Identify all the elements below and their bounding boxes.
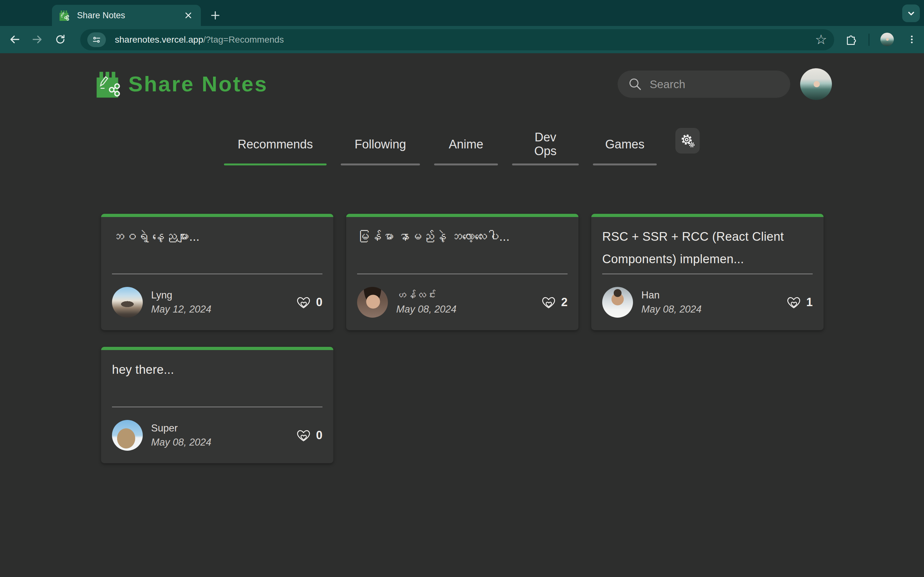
author-avatar[interactable] — [112, 287, 143, 318]
like-count: 0 — [316, 429, 322, 442]
tag-nav: Recommends Following Anime Dev Ops Games — [224, 127, 657, 165]
tab-close-icon[interactable] — [182, 9, 194, 21]
new-tab-button[interactable] — [207, 7, 224, 24]
url-path: /?tag=Recommends — [204, 35, 284, 45]
like-button[interactable]: 1 — [787, 295, 813, 309]
search-input[interactable]: Search — [618, 71, 790, 98]
extensions-icon[interactable] — [841, 30, 861, 49]
heart-icon — [296, 429, 311, 442]
author-avatar[interactable] — [112, 420, 143, 451]
author-name: Super — [151, 422, 212, 434]
note-date: May 08, 2024 — [396, 303, 457, 315]
browser-tab[interactable]: Share Notes — [52, 5, 201, 26]
page-title: Share Notes — [128, 69, 268, 99]
note-date: May 12, 2024 — [151, 303, 212, 315]
like-count: 2 — [561, 295, 567, 309]
author-avatar[interactable] — [357, 287, 388, 318]
tab-recommends[interactable]: Recommends — [224, 127, 326, 165]
notes-grid: ဘဝရဲ့ နေ့ညများ... Lyng May 12, 2024 0 — [101, 214, 824, 463]
author-name: Lyng — [151, 290, 212, 301]
search-icon — [628, 77, 643, 92]
user-avatar[interactable] — [800, 68, 832, 100]
reload-button[interactable] — [51, 30, 70, 49]
active-underline — [224, 163, 326, 165]
author-name: Han — [641, 290, 702, 301]
tab-search-button[interactable] — [902, 5, 920, 22]
share-notes-favicon — [58, 9, 70, 22]
note-title: ဘဝရဲ့ နေ့ညများ... — [112, 226, 322, 248]
note-card[interactable]: RSC + SSR + RCC (React Client Components… — [591, 214, 824, 330]
note-date: May 08, 2024 — [641, 303, 702, 315]
heart-icon — [787, 295, 801, 309]
like-button[interactable]: 2 — [541, 295, 567, 309]
note-title: RSC + SSR + RCC (React Client Components… — [602, 226, 813, 271]
tab-games[interactable]: Games — [593, 127, 657, 165]
note-title: hey there... — [112, 358, 322, 381]
note-date: May 08, 2024 — [151, 437, 212, 448]
settings-button[interactable] — [675, 128, 700, 153]
browser-menu-icon[interactable] — [902, 30, 921, 49]
toolbar-separator — [869, 34, 869, 46]
like-count: 1 — [806, 295, 813, 309]
tab-following[interactable]: Following — [341, 127, 420, 165]
browser-tab-strip: Share Notes — [0, 0, 924, 26]
author-name: ဟန်လင်း — [396, 290, 457, 301]
like-count: 0 — [316, 295, 322, 309]
back-button[interactable] — [5, 30, 24, 49]
url-host: sharenotes.vercel.app — [115, 35, 204, 45]
heart-icon — [296, 295, 311, 309]
forward-button[interactable] — [27, 30, 47, 49]
note-card[interactable]: ဘဝရဲ့ နေ့ညများ... Lyng May 12, 2024 0 — [101, 214, 333, 330]
browser-toolbar: sharenotes.vercel.app/?tag=Recommends ☆ — [0, 26, 924, 53]
gear-icon — [680, 133, 696, 149]
like-button[interactable]: 0 — [296, 295, 322, 309]
share-notes-page: Share Notes Search Recommends Following … — [0, 53, 924, 577]
heart-icon — [541, 295, 556, 309]
share-notes-logo[interactable] — [92, 69, 124, 99]
note-card[interactable]: hey there... Super May 08, 2024 0 — [101, 347, 333, 463]
bookmark-star-icon[interactable]: ☆ — [815, 33, 827, 47]
tab-title: Share Notes — [77, 11, 182, 21]
note-title: မြန်မာ နာမည်နဲ့ ဘလော့လေးပါ... — [357, 226, 567, 248]
author-avatar[interactable] — [602, 287, 633, 318]
browser-profile-avatar[interactable] — [880, 33, 894, 46]
tab-dev-ops[interactable]: Dev Ops — [512, 127, 579, 165]
like-button[interactable]: 0 — [296, 429, 322, 442]
search-placeholder: Search — [650, 78, 685, 91]
address-bar[interactable]: sharenotes.vercel.app/?tag=Recommends ☆ — [80, 29, 834, 50]
note-card[interactable]: မြန်မာ နာမည်နဲ့ ဘလော့လေးပါ... ဟန်လင်း Ma… — [346, 214, 578, 330]
site-info-icon[interactable] — [87, 32, 106, 47]
tab-anime[interactable]: Anime — [434, 127, 498, 165]
